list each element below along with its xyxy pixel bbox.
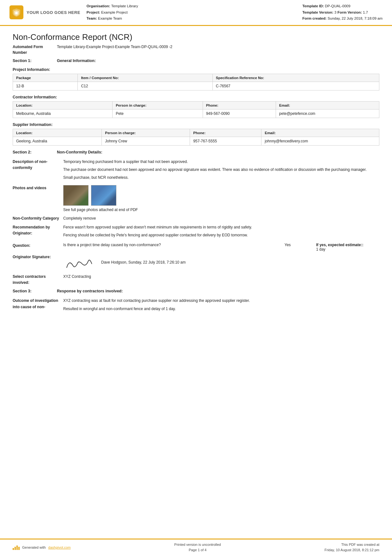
outcome-row: Outcome of investigation into cause of n… — [13, 298, 379, 314]
signature-image — [63, 254, 95, 273]
supplier-location-cell: Geelong, Australia — [13, 137, 102, 145]
outcome-label: Outcome of investigation into cause of n… — [13, 298, 63, 314]
signature-row: Originator Signature: Dave Hodgson, Sund… — [13, 254, 379, 271]
page: YOUR LOGO GOES HERE Organisation: Templa… — [0, 0, 392, 555]
svg-point-0 — [15, 12, 18, 14]
form-created-line: Form created: Sunday, 22 July 2018, 7:18… — [302, 16, 383, 22]
section1-title: General Information: — [57, 59, 96, 63]
category-label: Non-Conformity Category — [13, 215, 63, 221]
signature-details: Dave Hodgson, Sunday, 22 July 2018, 7:26… — [101, 259, 186, 265]
contractor-phone-cell: 949-567-0090 — [203, 109, 276, 118]
footer-right-line2: Friday, 10 August 2018, 8:21:12 pm — [325, 547, 379, 553]
section2-title: Non-Conformity Details: — [57, 150, 102, 154]
bar-1 — [13, 548, 14, 550]
footer-left: Generated with dashpivot.com — [13, 545, 71, 550]
question-answer: Yes — [285, 243, 303, 252]
supplier-col-email: Email: — [261, 129, 379, 137]
description-para-2: The purchase order document had not been… — [63, 167, 379, 173]
contractors-row: Select contractors involved: XYZ Contrac… — [13, 274, 379, 286]
outcome-para-2: Resulted in wrongful and non-conformant … — [63, 306, 379, 312]
supplier-info-table: Location: Person in charge: Phone: Email… — [13, 129, 379, 146]
generated-text: Generated with — [22, 546, 46, 549]
question-content: Is there a project time delay caused by … — [63, 243, 379, 252]
supplier-col-person: Person in charge: — [102, 129, 190, 137]
contractor-col-email: Email: — [276, 101, 379, 109]
estimate-label: If yes, expected estimate:: — [316, 243, 363, 247]
photos-label: Photos and videos — [13, 185, 63, 213]
supplier-email-cell: johnny@fencedlivery.com — [261, 137, 379, 145]
photo-thumbnail-2 — [91, 185, 116, 206]
recommendation-para-2: Fencing should be collected by Pete's fe… — [63, 232, 379, 238]
content: Non-Conformance Report (NCR) Automated F… — [0, 26, 392, 539]
photos-row: Photos and videos See full page photos a… — [13, 185, 379, 213]
footer-right-line1: This PDF was created at — [325, 542, 379, 547]
supplier-col-phone: Phone: — [190, 129, 261, 137]
project-spec-cell: C-76567 — [212, 82, 379, 90]
photos-thumbs — [63, 185, 379, 206]
recommendation-value: Fence wasn't form approved supplier and … — [63, 224, 379, 240]
project-col-item: Item / Component No: — [78, 74, 212, 82]
footer-right: This PDF was created at Friday, 10 Augus… — [325, 542, 379, 552]
template-version-line: Template Version: 3 Form Version: 1.7 — [302, 9, 383, 16]
description-para-3: Small purchase, but NCR nonetheless. — [63, 175, 379, 181]
section3-label: Section 3: — [13, 289, 51, 293]
supplier-info-row: Geelong, Australia Johnny Crew 957-767-5… — [13, 137, 379, 145]
header-meta: Organisation: Template Library Project: … — [87, 3, 296, 22]
project-line: Project: Example Project — [87, 9, 296, 16]
supplier-col-location: Location: — [13, 129, 102, 137]
contractor-info-row: Melbourne, Australia Pete 949-567-0090 p… — [13, 109, 379, 118]
logo-icon — [9, 5, 23, 19]
question-estimate: If yes, expected estimate:: 1 day — [316, 243, 379, 252]
contractor-col-phone: Phone: — [203, 101, 276, 109]
footer-center: Printed version is uncontrolled Page 1 o… — [174, 542, 221, 552]
contractors-label: Select contractors involved: — [13, 274, 63, 286]
recommendation-para-1: Fence wasn't form approved supplier and … — [63, 224, 379, 230]
team-line: Team: Example Team — [87, 16, 296, 22]
photos-value: See full page photos attached at end of … — [63, 185, 379, 213]
contractor-info-title: Contractor Information: — [13, 95, 379, 99]
bar-2 — [15, 547, 16, 550]
contractor-location-cell: Melbourne, Australia — [13, 109, 113, 118]
template-id-line: Template ID: DP-QUAL-0009 — [302, 3, 383, 9]
supplier-info-title: Supplier Information: — [13, 122, 379, 127]
category-row: Non-Conformity Category Completely remov… — [13, 215, 379, 221]
bar-4 — [18, 547, 20, 550]
signature-value: Dave Hodgson, Sunday, 22 July 2018, 7:26… — [63, 254, 379, 271]
form-number-label: Automated Form Number — [13, 44, 57, 55]
estimate-value: 1 day — [316, 247, 325, 252]
logo-area: YOUR LOGO GOES HERE — [9, 3, 80, 22]
recommendation-row: Recommendation by Originator: Fence wasn… — [13, 224, 379, 240]
dashpivot-link[interactable]: dashpivot.com — [48, 546, 71, 549]
footer-logo — [13, 545, 20, 550]
signature-svg — [63, 254, 95, 273]
section1-label: Section 1: — [13, 59, 51, 63]
recommendation-label: Recommendation by Originator: — [13, 224, 63, 240]
question-label: Question: — [13, 243, 63, 252]
description-row: Description of non-conformity Temporary … — [13, 159, 379, 183]
bar-3 — [16, 546, 18, 550]
description-para-1: Temporary fencing purchased from a suppl… — [63, 159, 379, 165]
project-info-title: Project Information: — [13, 67, 379, 72]
project-col-spec: Specification Reference No: — [212, 74, 379, 82]
contractor-col-location: Location: — [13, 101, 113, 109]
header: YOUR LOGO GOES HERE Organisation: Templa… — [0, 0, 392, 26]
logo-text: YOUR LOGO GOES HERE — [27, 10, 80, 15]
section1-header: Section 1: General Information: — [13, 59, 379, 63]
project-info-table: Package Item / Component No: Specificati… — [13, 74, 379, 90]
description-value: Temporary fencing purchased from a suppl… — [63, 159, 379, 183]
footer-center-line1: Printed version is uncontrolled — [174, 542, 221, 547]
project-item-cell: C12 — [78, 82, 212, 90]
footer: Generated with dashpivot.com Printed ver… — [0, 539, 392, 555]
section3-header: Section 3: Response by contractors invol… — [13, 289, 379, 293]
photos-caption: See full page photos attached at end of … — [63, 207, 379, 213]
project-package-cell: 12-B — [13, 82, 78, 90]
contractor-col-person: Person in charge: — [113, 101, 203, 109]
outcome-para-1: XYZ contracting was at fault for not con… — [63, 298, 379, 304]
form-number-row: Automated Form Number Template Library-E… — [13, 44, 379, 55]
signature-label: Originator Signature: — [13, 254, 63, 271]
section2-header: Section 2: Non-Conformity Details: — [13, 150, 379, 154]
supplier-phone-cell: 957-767-5555 — [190, 137, 261, 145]
photo-thumbnail-1 — [63, 185, 89, 206]
question-text: Is there a project time delay caused by … — [63, 243, 272, 252]
question-row: Question: Is there a project time delay … — [13, 243, 379, 252]
